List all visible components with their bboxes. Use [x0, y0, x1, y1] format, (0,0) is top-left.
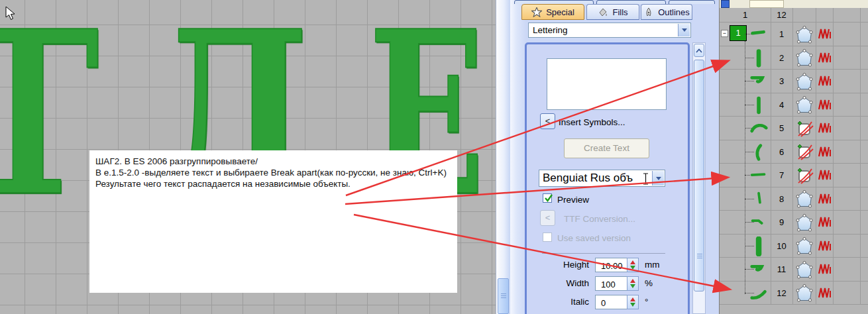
canvas-vertical-scrollbar[interactable]	[496, 0, 510, 314]
stitch-count: 81	[833, 29, 868, 39]
width-input[interactable]	[598, 278, 627, 290]
object-thumbnail	[747, 46, 771, 70]
spin-down-icon[interactable]	[630, 284, 635, 288]
stitches-icon	[817, 192, 832, 205]
object-row[interactable]: − 12	[720, 282, 868, 305]
stitches-icon	[817, 98, 832, 111]
scrollbar-thumb[interactable]	[498, 278, 509, 314]
stitches-icon	[817, 239, 832, 252]
total-stitches: 2752	[833, 10, 868, 20]
stitches-icon	[817, 74, 832, 87]
stitch-segment-icon	[749, 72, 770, 91]
stitches-icon	[817, 51, 832, 64]
spin-up-icon[interactable]	[630, 297, 635, 301]
stitch-segment-icon	[749, 25, 770, 44]
tab-fills[interactable]: Fills	[586, 4, 639, 20]
object-number: 6	[771, 147, 792, 157]
insert-symbols-label: Insert Symbols...	[559, 117, 625, 127]
height-stepper[interactable]	[627, 258, 639, 272]
annotation-note: ШАГ2. В ES 2006 разгруппировываете/ В е.…	[89, 150, 457, 293]
collapse-expander-icon[interactable]: −	[721, 30, 728, 37]
stitch-count: 443	[833, 123, 868, 133]
tab-outlines[interactable]: Outlines	[641, 4, 692, 20]
width-label: Width	[566, 278, 589, 288]
use-saved-version-checkbox[interactable]	[543, 233, 552, 242]
italic-stepper[interactable]	[627, 295, 639, 309]
object-shape-icon	[795, 49, 814, 67]
stitch-segment-icon	[749, 213, 770, 233]
spin-up-icon[interactable]	[630, 260, 635, 264]
stitch-segment-icon	[749, 48, 770, 68]
spin-down-icon[interactable]	[630, 266, 635, 270]
height-label: Height	[563, 260, 589, 270]
panel-vertical-scrollbar[interactable]	[692, 42, 706, 314]
object-number: 8	[771, 194, 792, 204]
embroidery-letter[interactable]: Г	[0, 1, 99, 227]
object-row[interactable]: − 9	[720, 211, 868, 235]
object-row[interactable]: − 5	[720, 117, 868, 140]
object-row[interactable]: − 1 1	[720, 23, 868, 46]
scroll-up-button[interactable]	[694, 44, 704, 57]
stitch-segment-icon	[749, 236, 770, 256]
object-row[interactable]: − 2	[720, 46, 868, 70]
object-row[interactable]: − 7	[720, 164, 868, 187]
object-number: 5	[771, 123, 792, 133]
chevron-down-icon[interactable]	[652, 171, 664, 185]
italic-input[interactable]	[598, 297, 627, 309]
stitch-count: 167	[833, 170, 868, 180]
color-chip[interactable]: 1	[730, 25, 747, 41]
preview-label: Preview	[557, 195, 589, 205]
preview-checkbox[interactable]	[543, 193, 552, 203]
design-canvas[interactable]: Г Д Е ШАГ2. В ES 2006 разгруппировываете…	[0, 0, 496, 314]
object-number: 3	[771, 76, 792, 86]
object-row[interactable]: − 8	[720, 187, 868, 211]
ttf-conversion-expand-button[interactable]: <	[540, 210, 555, 226]
object-number: 4	[771, 100, 792, 110]
stitch-segment-icon	[749, 284, 770, 303]
object-thumbnail	[747, 70, 771, 93]
object-thumbnail	[747, 140, 771, 164]
divider	[542, 253, 665, 254]
note-line: Результате чего текст распадается на нез…	[95, 178, 453, 189]
object-shape-icon	[795, 26, 814, 44]
object-shape-icon	[795, 261, 814, 279]
stitch-count: 257	[833, 147, 868, 157]
object-thumbnail	[747, 187, 771, 211]
font-combobox[interactable]: Benguiat Rus объ	[539, 170, 665, 187]
tab-label: Special	[546, 7, 574, 17]
tab-special[interactable]: Special	[521, 4, 584, 20]
stitch-segment-icon	[749, 260, 770, 280]
height-input[interactable]	[598, 260, 627, 272]
chevron-down-icon[interactable]	[678, 24, 690, 36]
object-row[interactable]: − 4	[720, 93, 868, 117]
lettering-text-input[interactable]	[547, 58, 667, 110]
width-stepper[interactable]	[627, 276, 639, 291]
color-block-cell: − 1	[720, 23, 747, 46]
stitch-segment-icon	[749, 189, 770, 209]
object-thumbnail	[747, 258, 771, 281]
stitch-count: 107	[833, 217, 868, 227]
create-text-button[interactable]: Create Text	[564, 138, 649, 158]
stitches-icon	[817, 215, 832, 229]
object-row[interactable]: − 11	[720, 258, 868, 282]
stitch-count: 251	[833, 76, 868, 86]
ttf-conversion-label: TTF Conversion...	[564, 214, 635, 224]
width-field-row: Width %	[527, 276, 686, 291]
lettering-groupbox: < Insert Symbols... Create Text Benguiat…	[525, 42, 690, 314]
object-count: 12	[771, 10, 792, 20]
object-thumbnail	[747, 164, 771, 187]
spin-up-icon[interactable]	[630, 279, 635, 283]
object-row[interactable]: − 6	[720, 140, 868, 164]
object-list-rows: − 1 1	[720, 23, 868, 305]
lettering-type-combobox[interactable]: Lettering	[528, 23, 691, 38]
object-row[interactable]: − 3	[720, 70, 868, 93]
object-thumbnail	[747, 93, 771, 117]
scrollbar-thumb[interactable]	[694, 60, 704, 291]
stitch-segment-icon	[749, 142, 770, 162]
stitch-count: 279	[833, 100, 868, 110]
stitch-segment-icon	[749, 166, 770, 185]
insert-symbols-expand-button[interactable]: <	[540, 113, 555, 129]
stitches-icon	[817, 27, 832, 40]
object-row[interactable]: − 10	[720, 235, 868, 258]
spin-down-icon[interactable]	[630, 303, 635, 307]
